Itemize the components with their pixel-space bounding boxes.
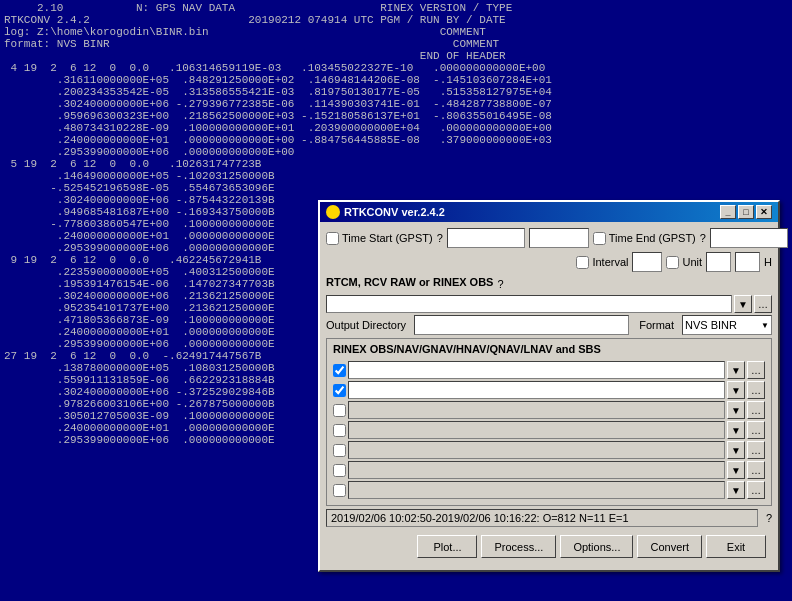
format-value: NVS BINR [685, 319, 737, 331]
format-dropdown-arrow: ▼ [761, 321, 769, 330]
nav-checkbox[interactable] [333, 384, 346, 397]
gnav-checkbox[interactable] [333, 404, 346, 417]
titlebar-left: RTKCONV ver.2.4.2 [326, 205, 445, 219]
time-end-label: Time End (GPST) [609, 232, 696, 244]
unit-h-value[interactable]: 24 [735, 252, 760, 272]
time-start-label: Time Start (GPST) [342, 232, 433, 244]
obs-file-field[interactable]: Z:\home\korogodin\BINR.obs [348, 361, 725, 379]
app-icon [326, 205, 340, 219]
sbs-file-dropdown[interactable]: ▼ [727, 481, 745, 499]
interval-checkbox[interactable] [576, 256, 589, 269]
obs-file-row: Z:\home\korogodin\BINR.obs ▼ … [333, 361, 765, 379]
status-help[interactable]: ? [766, 512, 772, 524]
qnav-file-browse[interactable]: … [747, 441, 765, 459]
hnav-file-browse[interactable]: … [747, 421, 765, 439]
obs-checkbox[interactable] [333, 364, 346, 377]
qnav-checkbox[interactable] [333, 444, 346, 457]
dialog-titlebar: RTKCONV ver.2.4.2 _ □ ✕ [320, 202, 778, 222]
nav-file-dropdown[interactable]: ▼ [727, 381, 745, 399]
qnav-file-dropdown[interactable]: ▼ [727, 441, 745, 459]
format-dropdown[interactable]: NVS BINR ▼ [682, 315, 772, 335]
rtkconv-dialog: RTKCONV ver.2.4.2 _ □ ✕ Time Start (GPST… [318, 200, 780, 572]
minimize-button[interactable]: _ [720, 205, 736, 219]
input-file-field[interactable]: Z:\home\korogodin\BINR.bin [326, 295, 732, 313]
input-file-dropdown-btn[interactable]: ▼ [734, 295, 752, 313]
output-format-row: Output Directory Format NVS BINR ▼ [326, 315, 772, 335]
unit-checkbox-label[interactable]: Unit [666, 256, 702, 269]
hnav-file-row: Z:\home\korogodin\BINR.hnav ▼ … [333, 421, 765, 439]
close-button[interactable]: ✕ [756, 205, 772, 219]
maximize-button[interactable]: □ [738, 205, 754, 219]
time-start-time[interactable]: 00:00:00 [529, 228, 589, 248]
hnav-file-field[interactable]: Z:\home\korogodin\BINR.hnav [348, 421, 725, 439]
time-start-date[interactable]: 2000/01/01 [447, 228, 525, 248]
gnav-file-field[interactable]: Z:\home\korogodin\BINR.gnav [348, 401, 725, 419]
rinex-header-row: RINEX OBS/NAV/GNAV/HNAV/QNAV/LNAV and SB… [333, 343, 765, 358]
sbs-checkbox[interactable] [333, 484, 346, 497]
time-end-date[interactable]: 2000/01/01 [710, 228, 788, 248]
input-help[interactable]: ? [497, 278, 503, 290]
input-section-header: RTCM, RCV RAW or RINEX OBS ? [326, 276, 772, 291]
process-button[interactable]: Process... [481, 535, 556, 558]
obs-file-dropdown[interactable]: ▼ [727, 361, 745, 379]
nav-file-browse[interactable]: … [747, 381, 765, 399]
time-start-checkbox[interactable] [326, 232, 339, 245]
options-button[interactable]: Options... [560, 535, 633, 558]
exit-button[interactable]: Exit [706, 535, 766, 558]
dialog-title: RTKCONV ver.2.4.2 [344, 206, 445, 218]
format-label: Format [639, 319, 674, 331]
input-file-row: Z:\home\korogodin\BINR.bin ▼ … [326, 295, 772, 313]
status-message: 2019/02/06 10:02:50-2019/02/06 10:16:22:… [331, 512, 629, 524]
time-start-help[interactable]: ? [437, 232, 443, 244]
time-end-checkbox[interactable] [593, 232, 606, 245]
interval-row: Interval 1 Unit 5 24 H [326, 252, 772, 272]
time-end-checkbox-label[interactable]: Time End (GPST) [593, 232, 696, 245]
dialog-body: Time Start (GPST) ? 2000/01/01 00:00:00 … [320, 222, 778, 570]
unit-value[interactable]: 5 [706, 252, 731, 272]
status-row: 2019/02/06 10:02:50-2019/02/06 10:16:22:… [326, 509, 772, 527]
hnav-checkbox[interactable] [333, 424, 346, 437]
lnav-checkbox[interactable] [333, 464, 346, 477]
output-dir-field[interactable] [414, 315, 629, 335]
obs-file-browse[interactable]: … [747, 361, 765, 379]
hnav-file-dropdown[interactable]: ▼ [727, 421, 745, 439]
nav-file-row: Z:\home\korogodin\BINR.nav ▼ … [333, 381, 765, 399]
nav-file-field[interactable]: Z:\home\korogodin\BINR.nav [348, 381, 725, 399]
gnav-file-browse[interactable]: … [747, 401, 765, 419]
input-file-browse-btn[interactable]: … [754, 295, 772, 313]
rinex-section: RINEX OBS/NAV/GNAV/HNAV/QNAV/LNAV and SB… [326, 338, 772, 506]
window-controls: _ □ ✕ [720, 205, 772, 219]
lnav-file-field[interactable]: Z:\home\korogodin\BINR.lnav [348, 461, 725, 479]
unit-h-label: H [764, 256, 772, 268]
plot-button[interactable]: Plot... [417, 535, 477, 558]
time-end-help[interactable]: ? [700, 232, 706, 244]
status-text: 2019/02/06 10:02:50-2019/02/06 10:16:22:… [326, 509, 758, 527]
lnav-file-row: Z:\home\korogodin\BINR.lnav ▼ … [333, 461, 765, 479]
bottom-buttons: Plot... Process... Options... Convert Ex… [326, 531, 772, 564]
convert-button[interactable]: Convert [637, 535, 702, 558]
qnav-file-field[interactable]: Z:\home\korogodin\BINR.qnav [348, 441, 725, 459]
unit-checkbox[interactable] [666, 256, 679, 269]
sbs-file-field[interactable]: Z:\home\korogodin\BINR.sbs [348, 481, 725, 499]
interval-value[interactable]: 1 [632, 252, 662, 272]
sbs-file-row: Z:\home\korogodin\BINR.sbs ▼ … [333, 481, 765, 499]
output-dir-label: Output Directory [326, 319, 406, 331]
gnav-file-row: Z:\home\korogodin\BINR.gnav ▼ … [333, 401, 765, 419]
interval-checkbox-label[interactable]: Interval [576, 256, 628, 269]
interval-label: Interval [592, 256, 628, 268]
gnav-file-dropdown[interactable]: ▼ [727, 401, 745, 419]
qnav-file-row: Z:\home\korogodin\BINR.qnav ▼ … [333, 441, 765, 459]
time-start-checkbox-label[interactable]: Time Start (GPST) [326, 232, 433, 245]
input-label: RTCM, RCV RAW or RINEX OBS [326, 276, 493, 288]
lnav-file-browse[interactable]: … [747, 461, 765, 479]
lnav-file-dropdown[interactable]: ▼ [727, 461, 745, 479]
sbs-file-browse[interactable]: … [747, 481, 765, 499]
rinex-label: RINEX OBS/NAV/GNAV/HNAV/QNAV/LNAV and SB… [333, 343, 601, 355]
time-row: Time Start (GPST) ? 2000/01/01 00:00:00 … [326, 228, 772, 248]
unit-label: Unit [682, 256, 702, 268]
